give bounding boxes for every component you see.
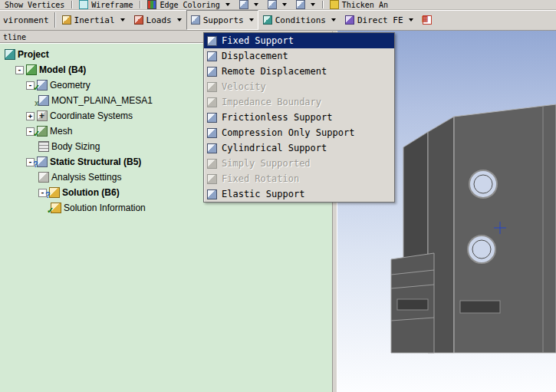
velocity-icon [207, 82, 217, 92]
supports-dropdown-menu: Fixed Support Displacement Remote Displa… [203, 32, 395, 203]
expand-expander-icon[interactable] [26, 112, 35, 120]
edge-option-button[interactable] [235, 0, 263, 9]
menu-item-label: Simply Supported [222, 158, 311, 169]
inertial-button[interactable]: Inertial [58, 10, 130, 30]
tree-item-label: Solution Information [64, 203, 146, 213]
edge-option2-icon [268, 0, 277, 9]
thicken-annotations-icon [330, 0, 339, 9]
menu-item-label: Remote Displacement [222, 66, 327, 77]
frictionless-support-icon [207, 113, 217, 123]
dropdown-arrow-icon [331, 18, 336, 21]
menu-item-remote-displacement[interactable]: Remote Displacement [204, 64, 394, 79]
menu-item-frictionless-support[interactable]: Frictionless Support [204, 110, 394, 125]
menu-item-elastic-support[interactable]: Elastic Support [204, 186, 394, 202]
displacement-icon [207, 51, 217, 61]
menu-item-label: Fixed Support [222, 35, 294, 46]
part-body-icon [38, 95, 49, 106]
tree-item-label: Geometry [50, 80, 90, 91]
supports-button[interactable]: Supports [186, 10, 258, 30]
toolbar-separator [71, 1, 72, 8]
static-structural-icon [37, 156, 48, 167]
simply-supported-icon [207, 159, 217, 169]
loads-button[interactable]: Loads [130, 10, 186, 30]
menu-item-simply-supported: Simply Supported [204, 156, 394, 171]
environment-toolbar-label: vironment [0, 15, 52, 25]
loads-icon [134, 15, 143, 25]
show-vertices-button[interactable]: Show Vertices [0, 0, 69, 9]
toolbar-separator [54, 12, 55, 28]
dropdown-arrow-icon [249, 18, 254, 21]
supports-label: Supports [203, 15, 244, 25]
dropdown-arrow-icon [409, 18, 413, 21]
geometry-icon [37, 80, 48, 91]
edge-coloring-label: Edge Coloring [160, 1, 219, 9]
fixed-support-icon [207, 36, 217, 46]
display-toolbar: Show Vertices Wireframe Edge Coloring [0, 0, 556, 10]
menu-item-displacement[interactable]: Displacement [204, 48, 394, 64]
loads-label: Loads [146, 15, 172, 25]
edge-option3-icon [296, 0, 305, 9]
menu-item-compression-only-support[interactable]: Compression Only Support [204, 125, 394, 140]
menu-item-fixed-support[interactable]: Fixed Support [204, 33, 394, 48]
conditions-button[interactable]: Conditions [258, 10, 341, 30]
cylindrical-support-icon [207, 143, 217, 153]
wireframe-label: Wireframe [91, 1, 133, 9]
menu-item-label: Frictionless Support [222, 112, 333, 123]
outline-header-label: tline [3, 33, 26, 41]
thicken-annotations-label: Thicken An [342, 1, 388, 9]
menu-item-fixed-rotation: Fixed Rotation [204, 171, 394, 186]
toolbar-separator [322, 1, 323, 8]
wireframe-button[interactable]: Wireframe [74, 0, 137, 9]
edge-option3-button[interactable] [291, 0, 320, 9]
menu-item-velocity: Velocity [204, 79, 394, 94]
solution-icon [49, 187, 60, 198]
menu-item-cylindrical-support[interactable]: Cylindrical Support [204, 140, 394, 156]
red-grid-icon [423, 15, 432, 25]
show-vertices-label: Show Vertices [5, 1, 64, 9]
direct-fe-button[interactable]: Direct FE [341, 10, 418, 30]
nodal-orientation-button[interactable] [418, 10, 436, 30]
elastic-support-icon [207, 189, 217, 199]
compression-only-support-icon [207, 128, 217, 138]
menu-item-label: Cylindrical Support [222, 143, 327, 153]
tree-item-label: Coordinate Systems [50, 110, 133, 121]
tree-item-label: Mesh [50, 126, 72, 137]
menu-item-label: Velocity [222, 81, 266, 92]
model-icon [26, 64, 37, 75]
dropdown-arrow-icon [177, 18, 182, 21]
menu-item-impedance-boundary: Impedance Boundary [204, 94, 394, 110]
tree-item-label: Analysis Settings [51, 172, 121, 183]
tree-item-label: Static Structural (B5) [50, 156, 141, 167]
conditions-icon [263, 15, 272, 25]
fixed-rotation-icon [207, 174, 217, 184]
dropdown-arrow-icon [282, 3, 287, 6]
thicken-annotations-button[interactable]: Thicken An [325, 0, 393, 9]
conditions-label: Conditions [275, 15, 326, 25]
menu-item-label: Fixed Rotation [222, 173, 299, 184]
coordinate-systems-icon [37, 110, 48, 121]
wireframe-icon [79, 0, 88, 9]
toolbar-separator [140, 1, 140, 8]
app-window: Show Vertices Wireframe Edge Coloring [0, 0, 556, 392]
menu-item-label: Elastic Support [222, 189, 304, 199]
inertial-label: Inertial [74, 15, 115, 25]
project-icon [5, 49, 15, 60]
menu-item-label: Displacement [222, 51, 288, 61]
edge-coloring-button[interactable]: Edge Coloring [143, 0, 234, 9]
edge-option2-button[interactable] [263, 0, 291, 9]
solution-information-icon [51, 203, 61, 213]
tree-item-label: Project [18, 49, 49, 60]
tree-item-label: MONT_PLAINA_MESA1 [51, 95, 153, 106]
collapse-expander-icon[interactable] [15, 66, 24, 74]
direct-fe-icon [345, 15, 354, 25]
tree-item-solution-information[interactable]: Solution Information [0, 200, 332, 216]
dropdown-arrow-icon [311, 3, 315, 6]
analysis-settings-icon [38, 172, 49, 183]
body-sizing-icon [38, 141, 49, 152]
tree-item-label: Body Sizing [51, 141, 100, 152]
environment-toolbar: vironment Inertial Loads Supports Condit… [0, 10, 556, 31]
tree-item-label: Solution (B6) [62, 187, 120, 198]
dropdown-arrow-icon [254, 3, 258, 6]
menu-item-label: Impedance Boundary [222, 97, 321, 107]
supports-icon [191, 15, 200, 25]
